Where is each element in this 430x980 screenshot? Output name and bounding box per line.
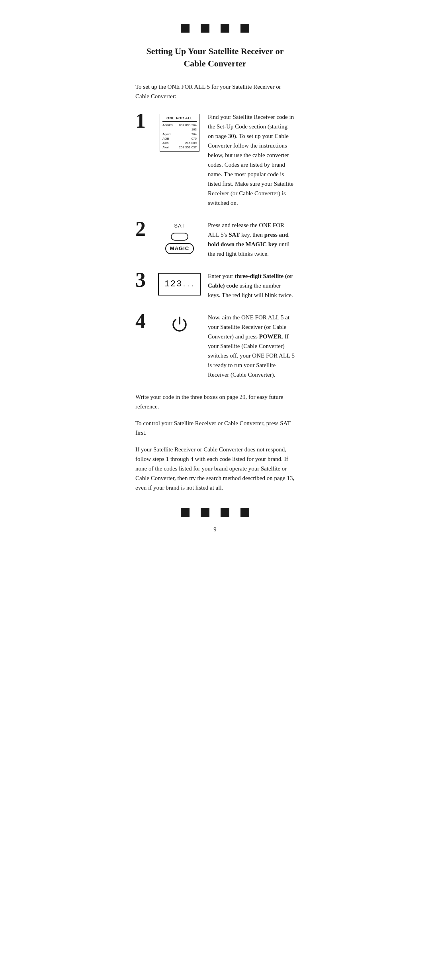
sat-magic-container: SAT MAGIC: [165, 222, 194, 255]
step-4-icon: [158, 313, 201, 335]
decorator-square-3: [221, 24, 229, 33]
sat-label: SAT: [174, 222, 185, 230]
magic-button-icon: MAGIC: [165, 243, 194, 254]
footer-text-2: To control your Satellite Receiver or Ca…: [135, 418, 295, 438]
step-3-number: 3: [135, 270, 151, 290]
codes-agb: 075: [192, 136, 197, 141]
digit-display: 123...: [164, 278, 195, 291]
power-icon: [169, 314, 190, 335]
footer-text-1: Write your code in the three boxes on pa…: [135, 392, 295, 411]
code-table: ONE FOR ALL Admiral 087 093 264 163 Agaz…: [160, 114, 199, 152]
step-2-icon: SAT MAGIC: [158, 220, 201, 255]
codes-admiral: 087 093 264: [179, 123, 197, 127]
code-table-title: ONE FOR ALL: [162, 116, 197, 122]
page-title: Setting Up Your Satellite Receiver orCab…: [135, 45, 295, 70]
step-2-number: 2: [135, 219, 151, 239]
code-table-row-2: 163: [162, 127, 197, 132]
step-1-number: 1: [135, 111, 151, 131]
top-decorators: [135, 24, 295, 33]
brand-agb: AGB: [162, 136, 169, 141]
brand-akai: Akai: [162, 145, 169, 150]
step-1-icon: ONE FOR ALL Admiral 087 093 264 163 Agaz…: [158, 112, 201, 152]
steps-container: 1 ONE FOR ALL Admiral 087 093 264 163 Ag…: [135, 112, 295, 379]
step-3-text: Enter your three-digit Satellite (or Cab…: [208, 271, 295, 300]
code-table-row-1: Admiral 087 093 264: [162, 123, 197, 127]
brand-agazi: Agazi: [162, 132, 170, 136]
footer-text-3: If your Satellite Receiver or Cable Conv…: [135, 445, 295, 492]
codes-agazi: 264: [192, 132, 197, 136]
code-table-row-5: Aiko 216 009: [162, 141, 197, 145]
codes-163: 163: [192, 127, 197, 132]
step-1-text: Find your Satellite Receiver code in the…: [208, 112, 295, 208]
brand-aiko: Aiko: [162, 141, 169, 145]
digit-box: 123...: [158, 273, 201, 296]
codes-aiko: 216 009: [185, 141, 197, 145]
step-4-row: 4 Now, aim the ONE FOR ALL 5 at your Sat…: [135, 313, 295, 379]
code-table-row-3: Agazi 264: [162, 132, 197, 136]
code-table-row-6: Akai 208 351 037: [162, 145, 197, 150]
decorator-square-6: [201, 508, 209, 517]
step-4-number: 4: [135, 311, 151, 332]
page-number: 9: [135, 525, 295, 534]
step-1-row: 1 ONE FOR ALL Admiral 087 093 264 163 Ag…: [135, 112, 295, 208]
step-2-text: Press and release the ONE FOR ALL 5's SA…: [208, 220, 295, 259]
decorator-square-8: [240, 508, 249, 517]
step-2-row: 2 SAT MAGIC Press and release the ONE FO…: [135, 220, 295, 259]
code-table-row-4: AGB 075: [162, 136, 197, 141]
decorator-square-7: [221, 508, 229, 517]
intro-text: To set up the ONE FOR ALL 5 for your Sat…: [135, 82, 295, 101]
decorator-square-2: [201, 24, 209, 33]
brand-admiral: Admiral: [162, 123, 173, 127]
magic-label: MAGIC: [170, 245, 189, 253]
decorator-square-5: [181, 508, 190, 517]
step-3-icon: 123...: [158, 271, 201, 296]
decorator-square-4: [240, 24, 249, 33]
step-4-text: Now, aim the ONE FOR ALL 5 at your Satel…: [208, 313, 295, 379]
step-3-row: 3 123... Enter your three-digit Satellit…: [135, 271, 295, 300]
sat-button-icon: [171, 233, 188, 241]
decorator-square-1: [181, 24, 190, 33]
bottom-decorators: [135, 508, 295, 517]
codes-akai: 208 351 037: [179, 145, 197, 150]
